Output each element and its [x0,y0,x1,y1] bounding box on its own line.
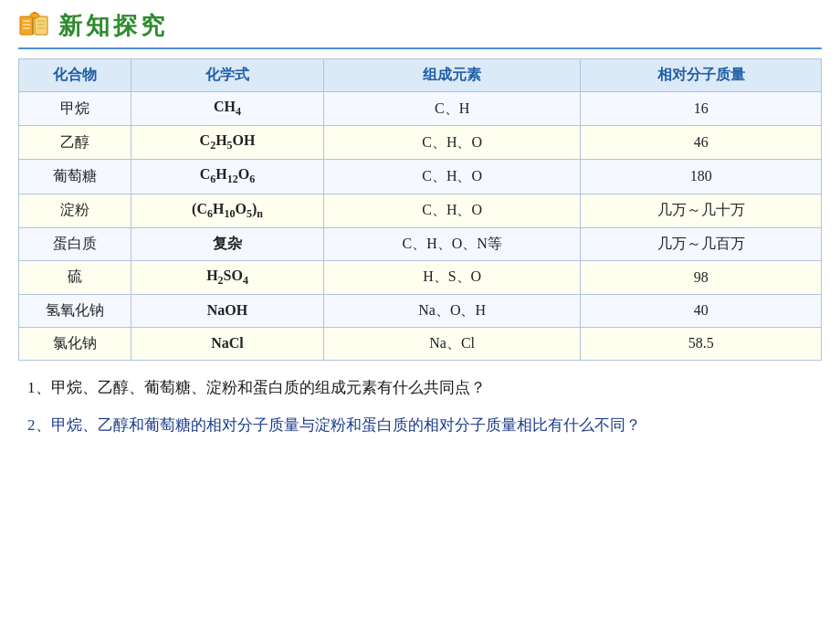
table-header-row: 化合物 化学式 组成元素 相对分子质量 [19,59,822,92]
cell-compound: 甲烷 [19,92,131,126]
cell-mass: 98 [581,260,822,294]
book-icon [18,9,51,42]
cell-mass: 几万～几百万 [581,227,822,260]
cell-mass: 40 [581,294,822,327]
page-container: 新知探究 化合物 化学式 组成元素 相对分子质量 甲烷CH4C、H16乙醇C2H… [0,0,840,630]
cell-formula: NaCl [131,327,324,360]
table-row: 蛋白质复杂C、H、O、N等几万～几百万 [19,227,822,260]
svg-rect-0 [20,16,33,35]
q1-text: 甲烷、乙醇、葡萄糖、淀粉和蛋白质的组成元素有什么共同点？ [51,379,486,396]
cell-formula: 复杂 [131,227,324,260]
question-2: 2、甲烷、乙醇和葡萄糖的相对分子质量与淀粉和蛋白质的相对分子质量相比有什么不同？ [27,413,813,437]
q2-text: 甲烷、乙醇和葡萄糖的相对分子质量与淀粉和蛋白质的相对分子质量相比有什么不同？ [51,416,641,434]
cell-compound: 乙醇 [19,126,131,160]
table-row: 甲烷CH4C、H16 [19,92,822,126]
cell-compound: 氯化钠 [19,327,131,360]
cell-mass: 46 [581,126,822,160]
col-header-formula: 化学式 [131,59,324,92]
cell-mass: 180 [581,160,822,194]
cell-compound: 葡萄糖 [19,160,131,194]
cell-compound: 蛋白质 [19,227,131,260]
col-header-mass: 相对分子质量 [581,59,822,92]
page-title: 新知探究 [58,10,168,42]
cell-elements: H、S、O [324,260,581,294]
cell-mass: 16 [581,92,822,126]
table-row: 氯化钠NaClNa、Cl58.5 [19,327,822,360]
cell-elements: C、H、O [324,194,581,227]
data-table: 化合物 化学式 组成元素 相对分子质量 甲烷CH4C、H16乙醇C2H5OHC、… [18,58,822,361]
cell-elements: C、H、O [324,160,581,194]
svg-rect-1 [35,16,47,35]
cell-elements: Na、O、H [324,294,581,327]
question-1: 1、甲烷、乙醇、葡萄糖、淀粉和蛋白质的组成元素有什么共同点？ [27,375,813,400]
cell-formula: NaOH [131,294,324,327]
cell-elements: C、H、O、N等 [324,227,581,260]
table-row: 硫H2SO4H、S、O98 [19,260,822,294]
cell-formula: H2SO4 [131,260,324,294]
cell-formula: C2H5OH [131,126,324,160]
col-header-elements: 组成元素 [324,59,581,92]
cell-compound: 氢氧化钠 [19,294,131,327]
table-row: 葡萄糖C6H12O6C、H、O180 [19,160,822,194]
col-header-compound: 化合物 [19,59,131,92]
cell-formula: (C6H10O5)n [131,194,324,227]
cell-compound: 硫 [19,260,131,294]
table-row: 氢氧化钠NaOHNa、O、H40 [19,294,822,327]
header-section: 新知探究 [18,9,822,49]
cell-formula: C6H12O6 [131,160,324,194]
table-row: 淀粉(C6H10O5)nC、H、O几万～几十万 [19,194,822,227]
cell-mass: 58.5 [581,327,822,360]
cell-formula: CH4 [131,92,324,126]
cell-elements: Na、Cl [324,327,581,360]
q1-number: 1、 [27,379,51,396]
cell-compound: 淀粉 [19,194,131,227]
cell-mass: 几万～几十万 [581,194,822,227]
cell-elements: C、H、O [324,126,581,160]
cell-elements: C、H [324,92,581,126]
q2-number: 2、 [27,416,51,434]
questions-section: 1、甲烷、乙醇、葡萄糖、淀粉和蛋白质的组成元素有什么共同点？ 2、甲烷、乙醇和葡… [18,375,822,437]
table-row: 乙醇C2H5OHC、H、O46 [19,126,822,160]
